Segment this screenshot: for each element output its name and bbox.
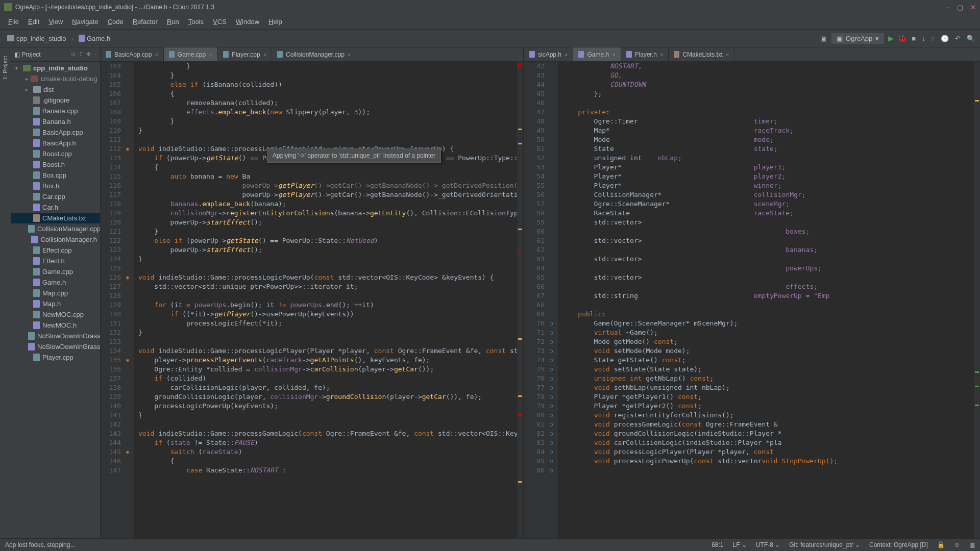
cpu-profiler-icon[interactable]: ▣ [819, 34, 827, 43]
menu-navigate[interactable]: Navigate [68, 16, 102, 27]
tree-item[interactable]: .gitignore [11, 95, 100, 106]
project-tab[interactable]: 1: Project [3, 56, 9, 80]
caret-position[interactable]: 68:1 [712, 541, 723, 548]
lock-icon[interactable]: 🔓 [937, 541, 945, 548]
tree-item[interactable]: Banana.cpp [11, 106, 100, 116]
inspector-icon[interactable]: ☺ [954, 541, 960, 548]
tree-item[interactable]: Box.h [11, 181, 100, 191]
error-indicator-icon[interactable] [517, 63, 522, 68]
close-icon[interactable]: × [263, 52, 266, 58]
tree-item[interactable]: Game.h [11, 277, 100, 288]
tree-item[interactable]: BasicApp.cpp [11, 127, 100, 138]
minimize-icon[interactable]: – [946, 4, 950, 11]
tree-item[interactable]: Car.h [11, 202, 100, 213]
gear-icon[interactable]: ✻ [86, 51, 91, 58]
menu-refactor[interactable]: Refactor [129, 16, 162, 27]
menu-window[interactable]: Window [232, 16, 263, 27]
encoding[interactable]: UTF-8 ⌄ [756, 541, 780, 548]
collapse-all-icon[interactable]: ↥ [79, 51, 83, 58]
tree-item[interactable]: CMakeLists.txt [11, 213, 100, 223]
close-icon[interactable]: × [155, 52, 158, 58]
tab[interactable]: Game.cpp× [164, 47, 218, 61]
search-icon[interactable]: 🔍 [966, 34, 976, 43]
close-icon[interactable]: × [726, 52, 729, 58]
close-icon[interactable]: ✕ [970, 4, 976, 11]
tab[interactable]: sicApp.h× [524, 47, 573, 61]
tabs-right: sicApp.h×Game.h×Player.h×CMakeLists.txt× [524, 47, 980, 62]
tree-item[interactable]: Effect.h [11, 256, 100, 266]
tab[interactable]: CMakeLists.txt× [669, 47, 734, 61]
project-tree[interactable]: ▾cpp_indie_studio▸cmake-build-debug▸dist… [11, 62, 100, 538]
close-icon[interactable]: × [612, 52, 615, 58]
menu-help[interactable]: Help [264, 16, 286, 27]
debug-button[interactable]: 🐞 [898, 34, 906, 42]
tree-item[interactable]: Banana.h [11, 116, 100, 127]
gutter[interactable]: 42 43 44 45 46 47 48 49 50 51 52 53 54 5… [524, 62, 549, 538]
tree-item[interactable]: ▸cmake-build-debug [11, 73, 100, 84]
project-panel: ◧ Project ⊙ ↥ ✻ – ▾cpp_indie_studio▸cmak… [11, 47, 101, 538]
menu-view[interactable]: View [44, 16, 67, 27]
vcs-update-icon[interactable]: ↓ [921, 34, 926, 43]
tree-item[interactable]: Map.h [11, 298, 100, 309]
tree-item[interactable]: Player.cpp [11, 352, 100, 363]
run-button[interactable]: ▶ [888, 34, 894, 42]
close-icon[interactable]: × [348, 52, 351, 58]
menu-code[interactable]: Code [104, 16, 128, 27]
tree-item[interactable]: Box.cpp [11, 170, 100, 181]
breadcrumb-file[interactable]: Game.h [76, 34, 113, 43]
tree-item[interactable]: Map.cpp [11, 288, 100, 298]
gutter-icons[interactable]: ◉◉◉◉ [125, 62, 134, 538]
gutter-icons[interactable]: ○○○○○○○○○○○○○○○○○ [549, 62, 558, 538]
tree-item[interactable]: Car.cpp [11, 191, 100, 202]
app-icon [4, 3, 12, 11]
menu-run[interactable]: Run [163, 16, 183, 27]
project-panel-title[interactable]: ◧ Project [14, 51, 41, 58]
close-icon[interactable]: × [565, 52, 568, 58]
code-editor-right[interactable]: NOSTART, GO, COUNTDOWN }; private: Ogre:… [558, 62, 974, 538]
marker-strip[interactable] [517, 62, 523, 538]
tree-item[interactable]: Game.cpp [11, 266, 100, 277]
menu-file[interactable]: File [4, 16, 23, 27]
maximize-icon[interactable]: ▢ [957, 4, 963, 11]
menu-edit[interactable]: Edit [24, 16, 43, 27]
file-icon [79, 35, 85, 42]
vcs-commit-icon[interactable]: ↑ [930, 34, 936, 43]
line-ending[interactable]: LF ⌄ [733, 541, 747, 548]
tree-item[interactable]: Boost.cpp [11, 148, 100, 159]
stop-button[interactable]: ■ [911, 34, 917, 43]
tree-item[interactable]: Effect.cpp [11, 245, 100, 256]
tree-item[interactable]: ▸dist [11, 84, 100, 95]
tree-item[interactable]: CollisionManager.h [11, 234, 100, 245]
folder-icon [7, 35, 14, 41]
menu-tools[interactable]: Tools [184, 16, 208, 27]
titlebar: OgreApp - [~/repositories/cpp_indie_stud… [0, 0, 980, 14]
context[interactable]: Context: OgreApp [D] [869, 541, 928, 548]
tab[interactable]: BasicApp.cpp× [101, 47, 164, 61]
tab[interactable]: Player.cpp× [218, 47, 272, 61]
tree-item[interactable]: CollisionManager.cpp [11, 223, 100, 234]
breadcrumb-project[interactable]: cpp_indie_studio [4, 34, 69, 43]
hide-icon[interactable]: – [94, 51, 97, 58]
gutter[interactable]: 103 104 105 106 107 108 109 110 111 112 … [101, 62, 125, 538]
menu-vcs[interactable]: VCS [209, 16, 231, 27]
tab[interactable]: Game.h× [573, 47, 621, 61]
split-icon[interactable]: ▥ [969, 541, 975, 548]
marker-strip[interactable] [974, 62, 980, 538]
close-icon[interactable]: × [660, 52, 663, 58]
tree-item[interactable]: Boost.h [11, 159, 100, 170]
autoscroll-icon[interactable]: ⊙ [71, 51, 76, 58]
tree-item[interactable]: NewMOC.cpp [11, 309, 100, 320]
revert-icon[interactable]: ↶ [954, 34, 962, 43]
run-configuration[interactable]: ▣OgreApp▾ [831, 33, 884, 44]
vcs-history-icon[interactable]: 🕓 [940, 34, 950, 43]
close-icon[interactable]: × [209, 52, 212, 58]
git-branch[interactable]: Git: features/unique_ptr ⌄ [789, 541, 860, 548]
tab[interactable]: Player.h× [621, 47, 669, 61]
tree-item[interactable]: NoSlowDownInGrass.cpp [11, 331, 100, 341]
tree-item[interactable]: NoSlowDownInGrass.h [11, 341, 100, 352]
code-editor-left[interactable]: } } else if (isBanana(collided)) { remov… [134, 62, 517, 538]
tree-item[interactable]: BasicApp.h [11, 138, 100, 148]
tree-item[interactable]: NewMOC.h [11, 320, 100, 331]
tab[interactable]: CollisionManager.cpp× [272, 47, 356, 61]
tree-root[interactable]: ▾cpp_indie_studio [11, 63, 100, 73]
